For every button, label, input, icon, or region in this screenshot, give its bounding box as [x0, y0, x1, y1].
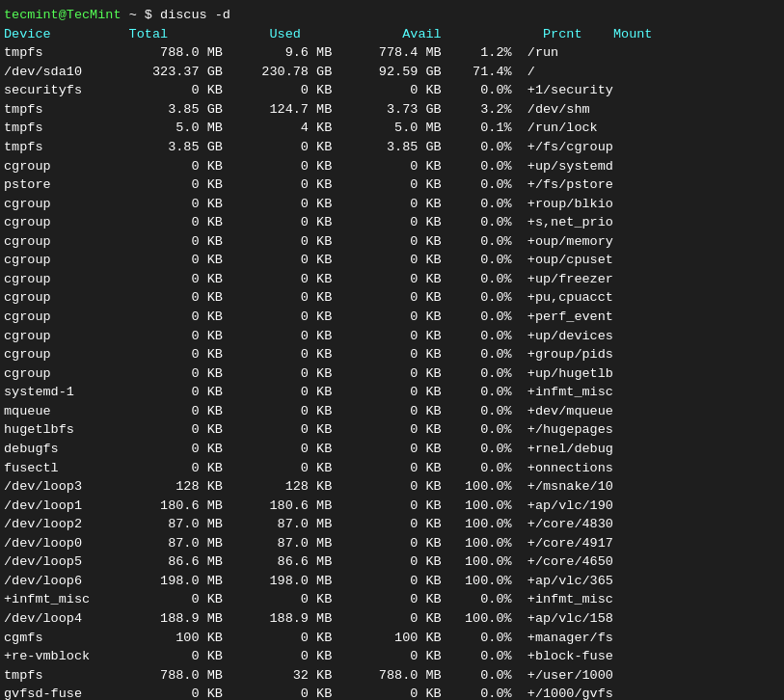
table-row: cgroup 0 KB 0 KB 0 KB 0.0% +roup/blkio [4, 195, 780, 214]
table-row: cgroup 0 KB 0 KB 0 KB 0.0% +oup/memory [4, 232, 780, 252]
prompt-top-line: tecmint@TecMint ~ $ discus -d [4, 6, 780, 25]
table-row: /dev/loop3 128 KB 128 KB 0 KB 100.0% +/m… [4, 477, 780, 497]
header-device: Device [4, 27, 51, 41]
table-row: cgroup 0 KB 0 KB 0 KB 0.0% +up/hugetlb [4, 364, 780, 384]
table-row: /dev/loop6 198.0 MB 198.0 MB 0 KB 100.0%… [4, 572, 780, 591]
table-body: tmpfs 788.0 MB 9.6 MB 778.4 MB 1.2% /run… [4, 43, 780, 700]
table-row: fusectl 0 KB 0 KB 0 KB 0.0% +onnections [4, 459, 780, 478]
table-row: cgroup 0 KB 0 KB 0 KB 0.0% +pu,cpuacct [4, 288, 780, 308]
prompt-user: tecmint@TecMint [4, 8, 122, 22]
table-row: cgroup 0 KB 0 KB 0 KB 0.0% +perf_event [4, 308, 780, 327]
table-header: Device Total Used Avail Prcnt Mount [4, 25, 780, 44]
table-row: cgroup 0 KB 0 KB 0 KB 0.0% +up/systemd [4, 157, 780, 176]
table-row: cgroup 0 KB 0 KB 0 KB 0.0% +group/pids [4, 345, 780, 364]
table-row: +infmt_misc 0 KB 0 KB 0 KB 0.0% +infmt_m… [4, 590, 780, 609]
table-row: pstore 0 KB 0 KB 0 KB 0.0% +/fs/pstore [4, 175, 780, 195]
table-row: +re-vmblock 0 KB 0 KB 0 KB 0.0% +block-f… [4, 647, 780, 666]
table-row: securityfs 0 KB 0 KB 0 KB 0.0% +1/securi… [4, 81, 780, 100]
table-row: mqueue 0 KB 0 KB 0 KB 0.0% +dev/mqueue [4, 402, 780, 421]
table-row: tmpfs 5.0 MB 4 KB 5.0 MB 0.1% /run/lock [4, 119, 780, 138]
table-row: /dev/loop4 188.9 MB 188.9 MB 0 KB 100.0%… [4, 609, 780, 629]
table-row: /dev/loop1 180.6 MB 180.6 MB 0 KB 100.0%… [4, 497, 780, 516]
table-row: cgroup 0 KB 0 KB 0 KB 0.0% +s,net_prio [4, 213, 780, 232]
table-row: gvfsd-fuse 0 KB 0 KB 0 KB 0.0% +/1000/gv… [4, 685, 780, 700]
table-row: /dev/loop2 87.0 MB 87.0 MB 0 KB 100.0% +… [4, 515, 780, 534]
table-row: tmpfs 788.0 MB 9.6 MB 778.4 MB 1.2% /run [4, 43, 780, 63]
table-row: /dev/loop5 86.6 MB 86.6 MB 0 KB 100.0% +… [4, 552, 780, 572]
table-row: hugetlbfs 0 KB 0 KB 0 KB 0.0% +/hugepage… [4, 420, 780, 440]
table-row: cgroup 0 KB 0 KB 0 KB 0.0% +up/freezer [4, 270, 780, 289]
prompt-cmd: ~ $ discus -d [122, 8, 230, 22]
table-row: cgmfs 100 KB 0 KB 100 KB 0.0% +manager/f… [4, 629, 780, 648]
header-mount: Mount [613, 27, 653, 41]
table-row: cgroup 0 KB 0 KB 0 KB 0.0% +up/devices [4, 327, 780, 346]
table-row: cgroup 0 KB 0 KB 0 KB 0.0% +oup/cpuset [4, 251, 780, 270]
header-used: Used [269, 27, 402, 41]
table-row: tmpfs 3.85 GB 0 KB 3.85 GB 0.0% +/fs/cgr… [4, 138, 780, 157]
table-row: tmpfs 3.85 GB 124.7 MB 3.73 GB 3.2% /dev… [4, 100, 780, 120]
header-avail: Avail [402, 27, 527, 41]
table-row: /dev/loop0 87.0 MB 87.0 MB 0 KB 100.0% +… [4, 534, 780, 553]
table-row: debugfs 0 KB 0 KB 0 KB 0.0% +rnel/debug [4, 440, 780, 459]
terminal-output: tecmint@TecMint ~ $ discus -d Device Tot… [4, 6, 780, 700]
terminal-window: tecmint@TecMint ~ $ discus -d Device Tot… [0, 0, 784, 700]
header-total: Total [51, 27, 270, 41]
header-prcnt: Prcnt [527, 27, 613, 41]
table-row: systemd-1 0 KB 0 KB 0 KB 0.0% +infmt_mis… [4, 383, 780, 402]
table-row: /dev/sda10 323.37 GB 230.78 GB 92.59 GB … [4, 63, 780, 82]
table-row: tmpfs 788.0 MB 32 KB 788.0 MB 0.0% +/use… [4, 666, 780, 686]
